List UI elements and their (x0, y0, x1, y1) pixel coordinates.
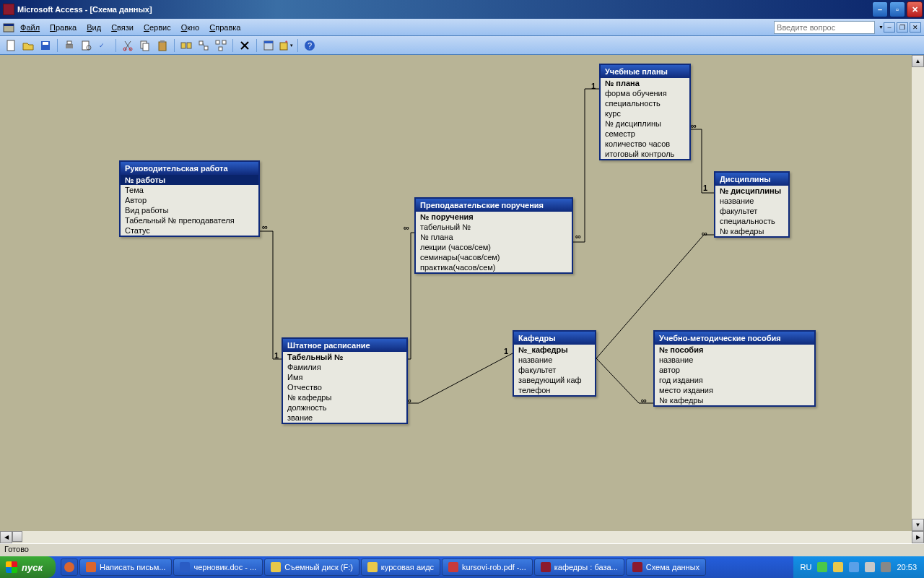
table-field[interactable]: практика(часов/сем) (416, 262, 572, 272)
tray-icon-1[interactable] (817, 562, 827, 572)
table-title[interactable]: Преподавательские поручения (416, 199, 572, 212)
menu-window[interactable]: Окно (181, 23, 200, 32)
clock[interactable]: 20:53 (897, 563, 917, 571)
scroll-left-icon[interactable]: ◀ (0, 531, 12, 543)
table-field[interactable]: специальность (715, 216, 788, 226)
vertical-scrollbar[interactable]: ▲ ▼ (912, 55, 924, 531)
table-field[interactable]: № дисциплины (601, 118, 689, 129)
table-discipliny[interactable]: Дисциплины№ дисциплиныназваниефакультетс… (714, 171, 790, 238)
table-field[interactable]: Табельный № преподавателя (121, 215, 258, 225)
table-title[interactable]: Штатное расписание (283, 339, 406, 352)
question-dropdown-icon[interactable]: ▼ (878, 25, 884, 30)
table-title[interactable]: Руководительская работа (121, 162, 258, 175)
table-field[interactable]: Имя (283, 372, 406, 382)
restore-button[interactable]: ▫ (889, 1, 905, 17)
table-field[interactable]: год издания (655, 375, 814, 385)
table-field[interactable]: Тема (121, 185, 258, 195)
minimize-button[interactable]: – (872, 1, 888, 17)
spell-icon[interactable]: ✓ (96, 38, 112, 53)
table-field[interactable]: название (655, 355, 814, 365)
table-field[interactable]: №_кафедры (514, 345, 595, 355)
menu-tools[interactable]: Сервис (144, 23, 171, 32)
table-field[interactable]: № кафедры (715, 226, 788, 236)
table-field[interactable]: итоговый контроль (601, 149, 689, 159)
open-icon[interactable] (20, 38, 36, 53)
mdi-restore-button[interactable]: ❐ (897, 22, 908, 33)
table-uchebnye-plany[interactable]: Учебные планы№ планаформа обученияспециа… (599, 64, 691, 160)
taskbar-item[interactable]: Написать письм... (79, 558, 172, 576)
print-icon[interactable] (61, 38, 77, 53)
delete-icon[interactable] (237, 38, 253, 53)
taskbar-item[interactable]: черновик.doc - ... (173, 558, 263, 576)
table-field[interactable]: № плана (416, 232, 572, 242)
scroll-down-icon[interactable]: ▼ (912, 519, 924, 531)
taskbar-item[interactable]: Схема данных (626, 558, 706, 576)
horizontal-scrollbar[interactable]: ◀ ▶ (0, 531, 924, 543)
save-icon[interactable] (38, 38, 53, 53)
table-uchebno-metodicheskie-posobiya[interactable]: Учебно-методические пособия№ пособияназв… (653, 330, 816, 407)
cut-icon[interactable] (120, 38, 136, 53)
table-field[interactable]: Отчество (283, 382, 406, 392)
tray-icon-2[interactable] (833, 562, 843, 572)
show-table-icon[interactable] (178, 38, 194, 53)
paste-icon[interactable] (154, 38, 170, 53)
scroll-right-icon[interactable]: ▶ (912, 531, 924, 543)
table-field[interactable]: Автор (121, 195, 258, 205)
menu-relations[interactable]: Связи (111, 23, 134, 32)
show-direct-icon[interactable] (196, 38, 212, 53)
table-field[interactable]: семинары(часов/сем) (416, 252, 572, 262)
table-field[interactable]: звание (283, 413, 406, 423)
menu-view[interactable]: Вид (87, 23, 101, 32)
mdi-close-button[interactable]: ✕ (910, 22, 921, 33)
table-field[interactable]: № плана (601, 78, 689, 88)
relationships-canvas[interactable]: 1 ∞ 1 ∞ 1 ∞ 1 ∞ 1 ∞ 1 ∞ ∞ Руководительск… (0, 55, 924, 531)
table-shtatnoe-raspisanie[interactable]: Штатное расписаниеТабельный №ФамилияИмяО… (282, 337, 408, 424)
table-field[interactable]: факультет (715, 206, 788, 216)
table-field[interactable]: № кафедры (283, 392, 406, 402)
mdi-minimize-button[interactable]: – (884, 22, 895, 33)
table-field[interactable]: № поручения (416, 212, 572, 222)
menu-file[interactable]: Файл (20, 23, 40, 32)
table-field[interactable]: Фамилия (283, 362, 406, 372)
table-field[interactable]: автор (655, 365, 814, 375)
taskbar-item[interactable]: kursovi-rob.pdf -... (442, 558, 533, 576)
language-indicator[interactable]: RU (801, 563, 812, 571)
table-field[interactable]: количество часов (601, 139, 689, 149)
taskbar-item[interactable]: Съемный диск (F:) (264, 558, 359, 576)
table-field[interactable]: № кафедры (655, 395, 814, 405)
scroll-up-icon[interactable]: ▲ (912, 55, 924, 67)
table-field[interactable]: заведующий каф (514, 375, 595, 385)
table-title[interactable]: Дисциплины (715, 173, 788, 186)
table-title[interactable]: Учебные планы (601, 65, 689, 78)
table-title[interactable]: Учебно-методические пособия (655, 332, 814, 345)
print-preview-icon[interactable] (79, 38, 95, 53)
tray-icon-4[interactable] (865, 562, 875, 572)
show-all-icon[interactable] (213, 38, 229, 53)
table-field[interactable]: телефон (514, 385, 595, 395)
table-field[interactable]: название (715, 196, 788, 206)
start-button[interactable]: пуск (0, 556, 56, 578)
close-button[interactable]: ✕ (907, 1, 923, 17)
table-field[interactable]: должность (283, 402, 406, 413)
menu-edit[interactable]: Правка (50, 23, 77, 32)
table-field[interactable]: факультет (514, 365, 595, 375)
table-field[interactable]: форма обучения (601, 88, 689, 98)
table-field[interactable]: № работы (121, 175, 258, 185)
tray-icon-5[interactable] (881, 562, 891, 572)
copy-icon[interactable] (137, 38, 153, 53)
qlaunch-firefox[interactable] (61, 558, 78, 576)
table-field[interactable]: № пособия (655, 345, 814, 355)
table-field[interactable]: специальность (601, 98, 689, 108)
table-rukovoditelskaya-rabota[interactable]: Руководительская работа№ работыТемаАвтор… (119, 160, 260, 237)
table-field[interactable]: Вид работы (121, 205, 258, 215)
tray-icon-3[interactable] (849, 562, 859, 572)
table-title[interactable]: Кафедры (514, 332, 595, 345)
table-field[interactable]: семестр (601, 129, 689, 139)
table-field[interactable]: название (514, 355, 595, 365)
table-field[interactable]: Табельный № (283, 352, 406, 362)
table-prepodavatelskie-porucheniya[interactable]: Преподавательские поручения№ порученията… (414, 197, 573, 274)
taskbar-item[interactable]: курсовая аидс (361, 558, 440, 576)
table-field[interactable]: место издания (655, 385, 814, 395)
menu-help[interactable]: Справка (209, 23, 240, 32)
help-question-input[interactable] (774, 21, 875, 34)
